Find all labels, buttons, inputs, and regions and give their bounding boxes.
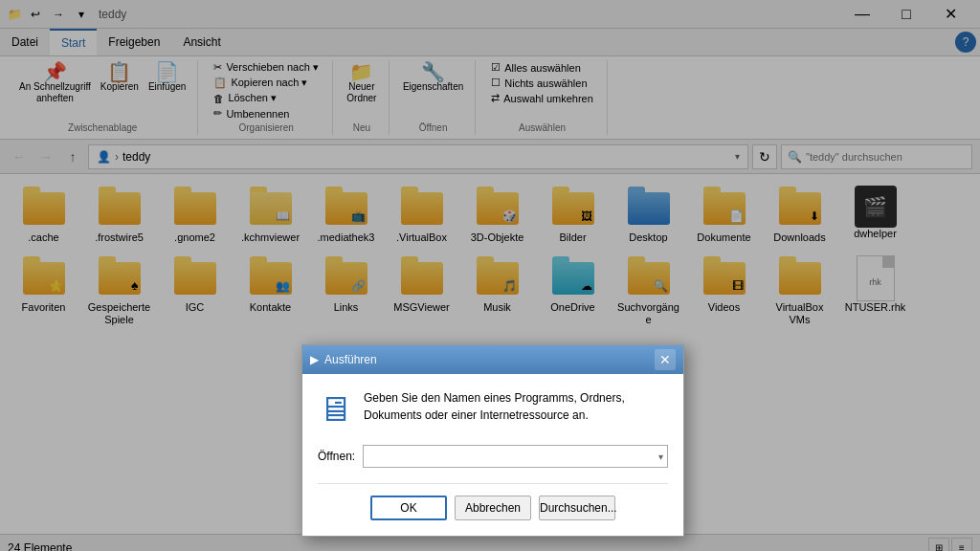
close-button[interactable]: ✕ (928, 0, 972, 29)
folder-icon: ☁ (550, 255, 596, 301)
list-item[interactable]: ☁ OneDrive (537, 252, 609, 330)
list-item[interactable]: 🖼 Bilder (537, 182, 609, 248)
list-item[interactable]: MSGViewer (386, 252, 457, 330)
list-item[interactable]: 👥 Kontakte (234, 252, 306, 330)
move-label: Verschieben nach ▾ (226, 61, 319, 74)
folder-icon: 📖 (248, 186, 294, 231)
dialog-ok-button[interactable]: OK (370, 496, 447, 520)
qat-dropdown[interactable]: ▾ (72, 5, 91, 24)
up-button[interactable]: ↑ (61, 145, 84, 168)
folder-icon: ⭐ (21, 255, 67, 301)
file-name: .mediathek3 (318, 231, 375, 244)
copy-icon: 📋 (107, 62, 131, 81)
paste-button[interactable]: 📄 Einfügen (145, 60, 189, 95)
list-item[interactable]: 🔍 Suchvorgänge (612, 252, 684, 330)
dialog-dropdown-icon: ▾ (658, 452, 663, 462)
file-name: Gespeicherte Spiele (87, 301, 151, 326)
back-button[interactable]: ← (8, 145, 31, 168)
group-zwischenablage-items: 📌 An Schnellzugriffanheften 📋 Kopieren 📄… (15, 60, 189, 121)
list-item[interactable]: 🎵 Musik (461, 252, 533, 330)
file-name: .frostwire5 (95, 231, 144, 244)
select-none-button[interactable]: ☐Nichts auswählen (485, 76, 599, 90)
list-item[interactable]: 📺 .mediathek3 (310, 182, 382, 248)
pin-button[interactable]: 📌 An Schnellzugriffanheften (15, 60, 95, 106)
address-separator: › (115, 150, 119, 164)
folder-icon (399, 186, 445, 231)
tab-ansicht[interactable]: Ansicht (171, 29, 232, 55)
dialog-run-icon: 🖥 (318, 389, 352, 430)
tab-datei[interactable]: Datei (0, 29, 50, 55)
search-box[interactable]: 🔍 (781, 144, 972, 169)
dialog-browse-button[interactable]: Durchsuchen... (539, 496, 615, 520)
delete-button[interactable]: 🗑Löschen ▾ (208, 91, 324, 105)
dialog-close-button[interactable]: ✕ (655, 349, 676, 370)
help-button[interactable]: ? (955, 32, 976, 53)
new-folder-button[interactable]: 📁 NeuerOrdner (343, 60, 381, 106)
tab-start[interactable]: Start (50, 29, 97, 55)
select-all-button[interactable]: ☑Alles auswählen (485, 60, 599, 75)
delete-label: Löschen ▾ (228, 92, 277, 104)
list-item[interactable]: Desktop (612, 182, 684, 248)
folder-icon (777, 255, 823, 301)
selectall-label: Alles auswählen (504, 62, 581, 74)
list-item[interactable]: 📖 .kchmviewer (234, 182, 306, 248)
title-bar: 📁 ↩ → ▾ teddy — □ ✕ (0, 0, 980, 29)
window-title: teddy (99, 8, 126, 21)
list-item[interactable]: 🎞 Videos (688, 252, 760, 330)
list-item[interactable]: .frostwire5 (83, 182, 155, 248)
delete-icon: 🗑 (213, 93, 224, 104)
list-item[interactable]: ♠ Gespeicherte Spiele (83, 252, 155, 330)
group-auswaehlen-label: Auswählen (485, 122, 599, 133)
dialog-title-icon: ▶ (310, 353, 319, 366)
dialog-cancel-button[interactable]: Abbrechen (455, 496, 531, 520)
icon-view-button[interactable]: ⊞ (928, 538, 949, 552)
user-icon: 👤 (97, 150, 111, 164)
rename-label: Umbenennen (226, 108, 289, 120)
list-item[interactable]: .cache (8, 182, 79, 248)
paste-icon: 📄 (155, 62, 179, 81)
window-icon: 📁 (8, 8, 22, 21)
group-auswaehlen: ☑Alles auswählen ☐Nichts auswählen ⇄Ausw… (478, 60, 608, 135)
list-item[interactable]: 🎲 3D-Objekte (461, 182, 533, 248)
forward-button[interactable]: → (34, 145, 57, 168)
folder-icon: ♠ (97, 255, 143, 301)
window-controls: — □ ✕ (840, 0, 972, 29)
properties-button[interactable]: 🔧 Eigenschaften (399, 60, 467, 95)
rename-button[interactable]: ✏Umbenennen (208, 106, 324, 121)
maximize-button[interactable]: □ (884, 0, 928, 29)
list-item[interactable]: 🔗 Links (310, 252, 382, 330)
list-item[interactable]: rhk NTUSER.rhk (839, 252, 911, 330)
list-item[interactable]: 🎬 dwhelper (839, 182, 911, 248)
list-item[interactable]: .VirtualBox (386, 182, 457, 248)
list-view-button[interactable]: ≡ (951, 538, 972, 552)
qat-forward[interactable]: → (49, 5, 68, 24)
select-invert-button[interactable]: ⇄Auswahl umkehren (485, 91, 599, 105)
refresh-button[interactable]: ↻ (752, 144, 777, 169)
file-name: .kchmviewer (241, 231, 300, 244)
folder-icon: 🎲 (475, 186, 521, 231)
dialog-open-input[interactable] (368, 450, 658, 463)
move-button[interactable]: ✂Verschieben nach ▾ (208, 60, 324, 75)
list-item[interactable]: VirtualBox VMs (764, 252, 835, 330)
dialog-field-label: Öffnen: (318, 450, 355, 463)
search-input[interactable] (806, 151, 966, 163)
copy-to-button[interactable]: 📋Kopieren nach ▾ (208, 76, 324, 90)
folder-icon: 🔗 (323, 255, 369, 301)
address-input[interactable]: 👤 › teddy ▾ (88, 144, 748, 169)
address-dropdown-icon: ▾ (735, 151, 740, 162)
file-doc-icon: rhk (857, 255, 895, 301)
list-item[interactable]: ⬇ Downloads (764, 182, 835, 248)
list-item[interactable]: ⭐ Favoriten (8, 252, 79, 330)
list-item[interactable]: 📄 Dokumente (688, 182, 760, 248)
file-name: Downloads (773, 231, 825, 244)
dialog-title-text: Ausführen (324, 353, 377, 366)
list-item[interactable]: .gnome2 (159, 182, 231, 248)
dialog-input-wrapper[interactable]: ▾ (363, 445, 668, 468)
copy-button[interactable]: 📋 Kopieren (97, 60, 143, 95)
list-item[interactable]: IGC (159, 252, 231, 330)
tab-freigeben[interactable]: Freigeben (97, 29, 171, 55)
minimize-button[interactable]: — (840, 0, 884, 29)
pin-icon: 📌 (43, 62, 67, 81)
pin-label: An Schnellzugriffanheften (19, 81, 91, 104)
qat-back[interactable]: ↩ (26, 5, 45, 24)
